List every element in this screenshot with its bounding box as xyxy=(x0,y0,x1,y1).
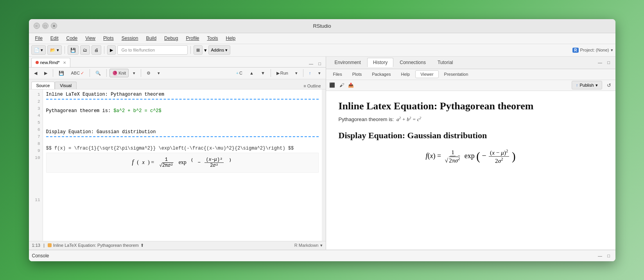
line-num-9: 9 xyxy=(29,147,40,154)
line-num-blank xyxy=(29,161,40,196)
knit-options-button[interactable]: ▾ xyxy=(130,69,138,77)
status-separator: | xyxy=(43,243,45,248)
sep3 xyxy=(106,69,107,77)
minimize-editor-button[interactable]: — xyxy=(308,60,315,67)
tab-history[interactable]: History xyxy=(367,58,393,67)
insert-chunk-button[interactable]: +C xyxy=(233,69,245,77)
settings-dropdown-button[interactable]: ▾ xyxy=(155,69,163,77)
addins-button[interactable]: Addins ▾ xyxy=(208,45,231,55)
run-button[interactable]: ▶ Run xyxy=(274,69,291,77)
tab-tutorial[interactable]: Tutorial xyxy=(432,58,459,67)
menu-help[interactable]: Help xyxy=(223,35,239,42)
back-button[interactable]: ◀ xyxy=(31,69,40,77)
menu-plots[interactable]: Plots xyxy=(100,35,117,42)
sep6 xyxy=(303,69,303,77)
publish-editor-button[interactable]: ↑ xyxy=(306,69,314,77)
menu-session[interactable]: Session xyxy=(118,35,142,42)
right-top-tab-bar: Environment History Connections Tutorial… xyxy=(326,57,615,69)
forward-editor-button[interactable]: ▶ xyxy=(41,69,50,77)
settings-button[interactable]: ⚙ xyxy=(144,69,153,77)
down-button[interactable]: ▼ xyxy=(258,69,268,77)
viewer-toolbar: ⬛ 🖌 📤 ↑ Publish ▾ ↺ xyxy=(326,80,615,91)
tab-packages[interactable]: Packages xyxy=(367,71,395,78)
clear-viewer-button[interactable]: 🖌 xyxy=(338,81,346,89)
save-editor-button[interactable]: 💾 xyxy=(56,69,67,77)
save-button[interactable]: 💾 xyxy=(68,45,79,55)
publish-icon: ↑ xyxy=(309,71,311,75)
tab-help[interactable]: Help xyxy=(396,71,415,78)
up-button[interactable]: ▲ xyxy=(247,69,257,77)
code-content[interactable]: Inline LaTeX Equation: Pythagorean theor… xyxy=(43,89,322,241)
mode-dropdown[interactable]: ▾ xyxy=(320,243,323,248)
rstudio-window: − □ ✕ RStudio File Edit Code View Plots … xyxy=(29,19,615,261)
new-file-button[interactable]: 📄▾ xyxy=(31,45,46,55)
outline-button[interactable]: ≡ Outline xyxy=(301,83,323,89)
print-button[interactable]: 🖨 xyxy=(91,45,101,55)
new-file-icon: 📄 xyxy=(34,48,39,53)
section-icon xyxy=(48,243,52,247)
code-line-1: Inline LaTeX Equation: Pythagorean theor… xyxy=(46,91,319,98)
line-num-8: 8 xyxy=(29,140,40,147)
menu-debug[interactable]: Debug xyxy=(161,35,181,42)
maximize-right-button[interactable]: □ xyxy=(605,59,612,66)
go-to-file-input[interactable]: Go to file/function xyxy=(117,45,188,55)
visual-tab[interactable]: Visual xyxy=(55,82,77,89)
math-fraction-2: (x−μ)² 2σ² xyxy=(205,157,224,168)
viewer-heading-1: Inline Latex Equation: Pythagorean theor… xyxy=(339,100,603,112)
editor-toolbar: ◀ ▶ 💾 ABC ✓ 🔍 🧶 Knit ▾ ⚙ ▾ xyxy=(29,68,326,79)
knit-button[interactable]: 🧶 Knit xyxy=(109,69,129,77)
minimize-button[interactable]: − xyxy=(34,23,40,29)
editor-tab-newrmd[interactable]: new.Rmd* ✕ xyxy=(31,58,70,67)
tab-environment[interactable]: Environment xyxy=(329,58,366,67)
source-tab[interactable]: Source xyxy=(31,82,55,89)
maximize-button[interactable]: □ xyxy=(42,23,48,29)
menu-code[interactable]: Code xyxy=(63,35,81,42)
publish-button[interactable]: ↑ Publish ▾ xyxy=(572,81,602,89)
minimize-right-button[interactable]: — xyxy=(597,59,604,66)
tab-files[interactable]: Files xyxy=(328,71,347,78)
menu-view[interactable]: View xyxy=(82,35,99,42)
menu-build[interactable]: Build xyxy=(143,35,160,42)
close-tab-icon[interactable]: ✕ xyxy=(63,61,66,65)
tab-presentation[interactable]: Presentation xyxy=(439,71,473,78)
line-num-7: 7 xyxy=(29,133,40,140)
maximize-editor-button[interactable]: □ xyxy=(316,60,323,67)
stop-button[interactable]: ⬛ xyxy=(328,81,336,89)
menu-edit[interactable]: Edit xyxy=(47,35,62,42)
menu-tools[interactable]: Tools xyxy=(204,35,221,42)
window-title: RStudio xyxy=(57,23,587,29)
toolbar-separator-2 xyxy=(104,46,104,54)
minimize-console-button[interactable]: — xyxy=(597,252,604,259)
inline-math: $a^2 + b^2 = c^2$ xyxy=(113,108,161,114)
run-dropdown-button[interactable]: ▾ xyxy=(292,69,300,77)
maximize-console-button[interactable]: □ xyxy=(605,252,612,259)
save-all-button[interactable]: 🗂 xyxy=(80,45,90,55)
code-view-button[interactable]: ⊞ xyxy=(194,45,203,55)
tab-connections[interactable]: Connections xyxy=(394,58,431,67)
tab-viewer[interactable]: Viewer xyxy=(415,70,438,78)
tab-plots[interactable]: Plots xyxy=(348,71,366,78)
line-num-3: 3 xyxy=(29,105,40,112)
publish-icon: ↑ xyxy=(576,83,578,87)
sep4 xyxy=(141,69,141,77)
export-button[interactable]: 📤 xyxy=(347,81,355,89)
publish-dropdown-button[interactable]: ▾ xyxy=(316,69,323,77)
menu-profile[interactable]: Profile xyxy=(183,35,202,42)
code-editor: 1 2 3 4 5 6 7 8 9 10 11 Inline LaTeX Equ… xyxy=(29,89,326,241)
titlebar: − □ ✕ RStudio xyxy=(29,19,615,33)
toolbar-separator-1 xyxy=(65,46,65,54)
refresh-button[interactable]: ↺ xyxy=(605,81,613,89)
close-button[interactable]: ✕ xyxy=(51,23,57,29)
find-button[interactable]: 🔍 xyxy=(93,69,104,77)
menu-file[interactable]: File xyxy=(32,35,46,42)
editor-scrollbar[interactable] xyxy=(322,89,326,241)
code-line-6 xyxy=(46,121,319,128)
spellcheck-button[interactable]: ABC ✓ xyxy=(68,69,87,77)
editor-tab-controls: — □ xyxy=(308,60,323,67)
inline-math-display: a2 + b2 = c2 xyxy=(395,116,421,122)
open-file-button[interactable]: 📂▾ xyxy=(47,45,62,55)
console-label: Console xyxy=(32,253,49,259)
forward-button[interactable]: ▶ xyxy=(107,45,116,55)
main-toolbar: 📄▾ 📂▾ 💾 🗂 🖨 ▶ Go to file/function ⊞▾ Add… xyxy=(29,44,615,57)
right-top-controls: — □ xyxy=(597,59,612,66)
